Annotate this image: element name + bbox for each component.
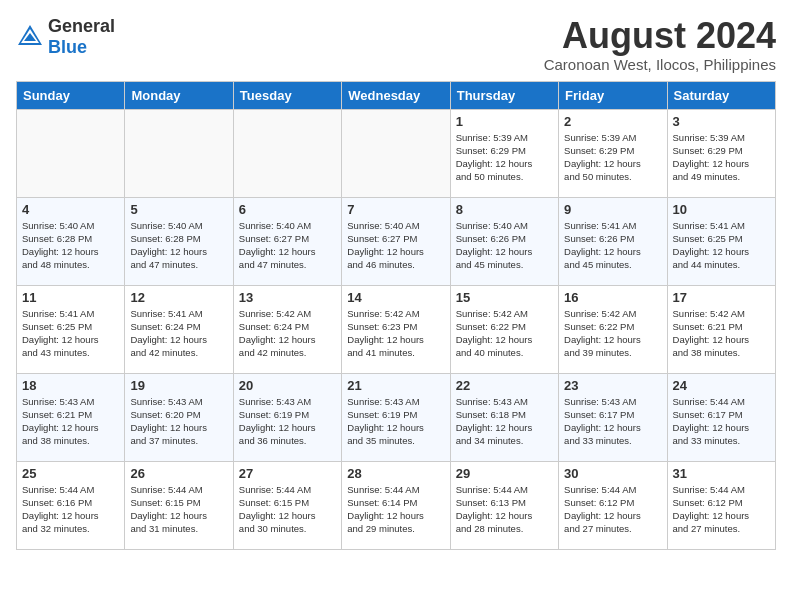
day-info: Sunrise: 5:39 AM Sunset: 6:29 PM Dayligh… xyxy=(673,131,770,184)
calendar-week-row: 11Sunrise: 5:41 AM Sunset: 6:25 PM Dayli… xyxy=(17,285,776,373)
calendar-cell: 31Sunrise: 5:44 AM Sunset: 6:12 PM Dayli… xyxy=(667,461,775,549)
calendar-cell: 20Sunrise: 5:43 AM Sunset: 6:19 PM Dayli… xyxy=(233,373,341,461)
calendar-cell: 15Sunrise: 5:42 AM Sunset: 6:22 PM Dayli… xyxy=(450,285,558,373)
day-number: 9 xyxy=(564,202,661,217)
calendar-cell: 19Sunrise: 5:43 AM Sunset: 6:20 PM Dayli… xyxy=(125,373,233,461)
calendar-body: 1Sunrise: 5:39 AM Sunset: 6:29 PM Daylig… xyxy=(17,109,776,549)
day-number: 20 xyxy=(239,378,336,393)
day-info: Sunrise: 5:42 AM Sunset: 6:22 PM Dayligh… xyxy=(456,307,553,360)
day-info: Sunrise: 5:43 AM Sunset: 6:20 PM Dayligh… xyxy=(130,395,227,448)
day-number: 6 xyxy=(239,202,336,217)
calendar-cell xyxy=(17,109,125,197)
day-info: Sunrise: 5:44 AM Sunset: 6:15 PM Dayligh… xyxy=(130,483,227,536)
day-number: 24 xyxy=(673,378,770,393)
day-info: Sunrise: 5:41 AM Sunset: 6:24 PM Dayligh… xyxy=(130,307,227,360)
calendar-cell: 4Sunrise: 5:40 AM Sunset: 6:28 PM Daylig… xyxy=(17,197,125,285)
calendar-cell: 11Sunrise: 5:41 AM Sunset: 6:25 PM Dayli… xyxy=(17,285,125,373)
calendar-cell: 10Sunrise: 5:41 AM Sunset: 6:25 PM Dayli… xyxy=(667,197,775,285)
calendar-week-row: 1Sunrise: 5:39 AM Sunset: 6:29 PM Daylig… xyxy=(17,109,776,197)
day-info: Sunrise: 5:39 AM Sunset: 6:29 PM Dayligh… xyxy=(456,131,553,184)
weekday-header-wednesday: Wednesday xyxy=(342,81,450,109)
calendar-cell: 2Sunrise: 5:39 AM Sunset: 6:29 PM Daylig… xyxy=(559,109,667,197)
day-number: 4 xyxy=(22,202,119,217)
calendar-cell: 12Sunrise: 5:41 AM Sunset: 6:24 PM Dayli… xyxy=(125,285,233,373)
day-info: Sunrise: 5:39 AM Sunset: 6:29 PM Dayligh… xyxy=(564,131,661,184)
day-info: Sunrise: 5:44 AM Sunset: 6:14 PM Dayligh… xyxy=(347,483,444,536)
calendar-cell: 27Sunrise: 5:44 AM Sunset: 6:15 PM Dayli… xyxy=(233,461,341,549)
location-subtitle: Caronoan West, Ilocos, Philippines xyxy=(544,56,776,73)
day-number: 15 xyxy=(456,290,553,305)
day-info: Sunrise: 5:42 AM Sunset: 6:22 PM Dayligh… xyxy=(564,307,661,360)
day-info: Sunrise: 5:42 AM Sunset: 6:23 PM Dayligh… xyxy=(347,307,444,360)
day-number: 10 xyxy=(673,202,770,217)
calendar-table: SundayMondayTuesdayWednesdayThursdayFrid… xyxy=(16,81,776,550)
day-info: Sunrise: 5:44 AM Sunset: 6:15 PM Dayligh… xyxy=(239,483,336,536)
day-number: 1 xyxy=(456,114,553,129)
day-number: 11 xyxy=(22,290,119,305)
weekday-header-monday: Monday xyxy=(125,81,233,109)
day-number: 22 xyxy=(456,378,553,393)
day-info: Sunrise: 5:44 AM Sunset: 6:16 PM Dayligh… xyxy=(22,483,119,536)
day-number: 3 xyxy=(673,114,770,129)
calendar-cell: 18Sunrise: 5:43 AM Sunset: 6:21 PM Dayli… xyxy=(17,373,125,461)
day-number: 29 xyxy=(456,466,553,481)
logo-icon xyxy=(16,23,44,51)
weekday-header-friday: Friday xyxy=(559,81,667,109)
day-number: 27 xyxy=(239,466,336,481)
day-info: Sunrise: 5:41 AM Sunset: 6:25 PM Dayligh… xyxy=(673,219,770,272)
weekday-header-sunday: Sunday xyxy=(17,81,125,109)
logo: General Blue xyxy=(16,16,115,58)
day-number: 30 xyxy=(564,466,661,481)
day-number: 12 xyxy=(130,290,227,305)
day-number: 17 xyxy=(673,290,770,305)
title-area: August 2024 Caronoan West, Ilocos, Phili… xyxy=(544,16,776,73)
day-number: 23 xyxy=(564,378,661,393)
weekday-header-tuesday: Tuesday xyxy=(233,81,341,109)
day-number: 31 xyxy=(673,466,770,481)
calendar-header-row: SundayMondayTuesdayWednesdayThursdayFrid… xyxy=(17,81,776,109)
day-info: Sunrise: 5:44 AM Sunset: 6:12 PM Dayligh… xyxy=(673,483,770,536)
day-number: 21 xyxy=(347,378,444,393)
day-number: 2 xyxy=(564,114,661,129)
day-info: Sunrise: 5:40 AM Sunset: 6:28 PM Dayligh… xyxy=(130,219,227,272)
day-info: Sunrise: 5:43 AM Sunset: 6:18 PM Dayligh… xyxy=(456,395,553,448)
day-info: Sunrise: 5:41 AM Sunset: 6:25 PM Dayligh… xyxy=(22,307,119,360)
calendar-week-row: 18Sunrise: 5:43 AM Sunset: 6:21 PM Dayli… xyxy=(17,373,776,461)
day-info: Sunrise: 5:42 AM Sunset: 6:21 PM Dayligh… xyxy=(673,307,770,360)
calendar-cell: 1Sunrise: 5:39 AM Sunset: 6:29 PM Daylig… xyxy=(450,109,558,197)
logo-text-general: General xyxy=(48,16,115,36)
calendar-cell: 3Sunrise: 5:39 AM Sunset: 6:29 PM Daylig… xyxy=(667,109,775,197)
calendar-cell: 14Sunrise: 5:42 AM Sunset: 6:23 PM Dayli… xyxy=(342,285,450,373)
calendar-cell: 22Sunrise: 5:43 AM Sunset: 6:18 PM Dayli… xyxy=(450,373,558,461)
logo-text-blue: Blue xyxy=(48,37,87,57)
calendar-cell xyxy=(233,109,341,197)
calendar-cell xyxy=(125,109,233,197)
calendar-week-row: 4Sunrise: 5:40 AM Sunset: 6:28 PM Daylig… xyxy=(17,197,776,285)
calendar-cell xyxy=(342,109,450,197)
month-year-title: August 2024 xyxy=(544,16,776,56)
day-info: Sunrise: 5:44 AM Sunset: 6:13 PM Dayligh… xyxy=(456,483,553,536)
calendar-cell: 8Sunrise: 5:40 AM Sunset: 6:26 PM Daylig… xyxy=(450,197,558,285)
calendar-cell: 23Sunrise: 5:43 AM Sunset: 6:17 PM Dayli… xyxy=(559,373,667,461)
day-number: 25 xyxy=(22,466,119,481)
calendar-cell: 30Sunrise: 5:44 AM Sunset: 6:12 PM Dayli… xyxy=(559,461,667,549)
day-number: 8 xyxy=(456,202,553,217)
day-info: Sunrise: 5:40 AM Sunset: 6:28 PM Dayligh… xyxy=(22,219,119,272)
day-number: 19 xyxy=(130,378,227,393)
day-info: Sunrise: 5:40 AM Sunset: 6:27 PM Dayligh… xyxy=(347,219,444,272)
calendar-cell: 7Sunrise: 5:40 AM Sunset: 6:27 PM Daylig… xyxy=(342,197,450,285)
calendar-cell: 24Sunrise: 5:44 AM Sunset: 6:17 PM Dayli… xyxy=(667,373,775,461)
day-number: 7 xyxy=(347,202,444,217)
calendar-cell: 26Sunrise: 5:44 AM Sunset: 6:15 PM Dayli… xyxy=(125,461,233,549)
calendar-cell: 25Sunrise: 5:44 AM Sunset: 6:16 PM Dayli… xyxy=(17,461,125,549)
calendar-cell: 13Sunrise: 5:42 AM Sunset: 6:24 PM Dayli… xyxy=(233,285,341,373)
day-info: Sunrise: 5:41 AM Sunset: 6:26 PM Dayligh… xyxy=(564,219,661,272)
day-info: Sunrise: 5:44 AM Sunset: 6:17 PM Dayligh… xyxy=(673,395,770,448)
page-header: General Blue August 2024 Caronoan West, … xyxy=(16,16,776,73)
calendar-week-row: 25Sunrise: 5:44 AM Sunset: 6:16 PM Dayli… xyxy=(17,461,776,549)
calendar-cell: 16Sunrise: 5:42 AM Sunset: 6:22 PM Dayli… xyxy=(559,285,667,373)
day-info: Sunrise: 5:40 AM Sunset: 6:26 PM Dayligh… xyxy=(456,219,553,272)
day-info: Sunrise: 5:43 AM Sunset: 6:21 PM Dayligh… xyxy=(22,395,119,448)
calendar-cell: 17Sunrise: 5:42 AM Sunset: 6:21 PM Dayli… xyxy=(667,285,775,373)
day-number: 16 xyxy=(564,290,661,305)
